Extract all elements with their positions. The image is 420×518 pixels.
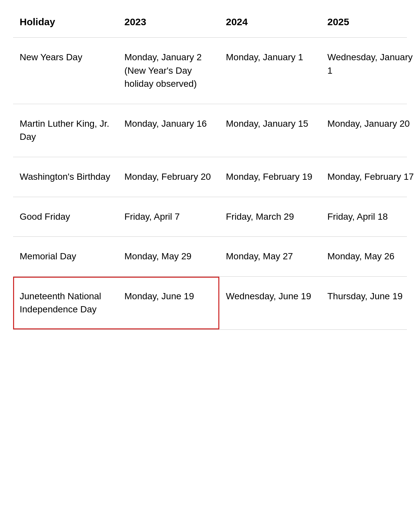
header-2025: 2025 bbox=[321, 13, 420, 31]
table-row-highlighted: Juneteenth National Independence Day Mon… bbox=[13, 277, 407, 330]
date-2025: Monday, January 20 bbox=[321, 114, 420, 147]
header-holiday: Holiday bbox=[13, 13, 118, 31]
date-2023: Monday, February 20 bbox=[118, 167, 219, 187]
date-2024: Monday, February 19 bbox=[219, 167, 321, 187]
holiday-name: Washington's Birthday bbox=[13, 167, 118, 187]
date-2024: Monday, January 15 bbox=[219, 114, 321, 147]
date-2023: Friday, April 7 bbox=[118, 207, 219, 227]
date-2025: Friday, April 18 bbox=[321, 207, 420, 227]
table-row: Washington's Birthday Monday, February 2… bbox=[13, 157, 407, 197]
holiday-name: Memorial Day bbox=[13, 247, 118, 267]
holiday-name: Martin Luther King, Jr. Day bbox=[13, 114, 118, 147]
date-2025: Wednesday, January 1 bbox=[321, 47, 420, 94]
date-2023: Monday, May 29 bbox=[118, 247, 219, 267]
holiday-name: Good Friday bbox=[13, 207, 118, 227]
header-2023: 2023 bbox=[118, 13, 219, 31]
table-header: Holiday 2023 2024 2025 bbox=[13, 13, 407, 38]
date-2024: Wednesday, June 19 bbox=[219, 287, 321, 320]
table-row: Good Friday Friday, April 7 Friday, Marc… bbox=[13, 197, 407, 237]
date-2023: Monday, January 2 (New Year's Day holida… bbox=[118, 47, 219, 94]
holiday-name: Juneteenth National Independence Day bbox=[13, 287, 118, 320]
date-2024: Monday, January 1 bbox=[219, 47, 321, 94]
header-2024: 2024 bbox=[219, 13, 321, 31]
holiday-table: Holiday 2023 2024 2025 New Years Day Mon… bbox=[13, 13, 407, 330]
date-2023: Monday, January 16 bbox=[118, 114, 219, 147]
date-2023: Monday, June 19 bbox=[118, 287, 219, 320]
date-2025: Monday, May 26 bbox=[321, 247, 420, 267]
table-row: Memorial Day Monday, May 29 Monday, May … bbox=[13, 237, 407, 277]
date-2025: Thursday, June 19 bbox=[321, 287, 420, 320]
date-2025: Monday, February 17 bbox=[321, 167, 420, 187]
holiday-name: New Years Day bbox=[13, 47, 118, 94]
date-2024: Monday, May 27 bbox=[219, 247, 321, 267]
table-row: New Years Day Monday, January 2 (New Yea… bbox=[13, 38, 407, 104]
table-row: Martin Luther King, Jr. Day Monday, Janu… bbox=[13, 104, 407, 157]
date-2024: Friday, March 29 bbox=[219, 207, 321, 227]
